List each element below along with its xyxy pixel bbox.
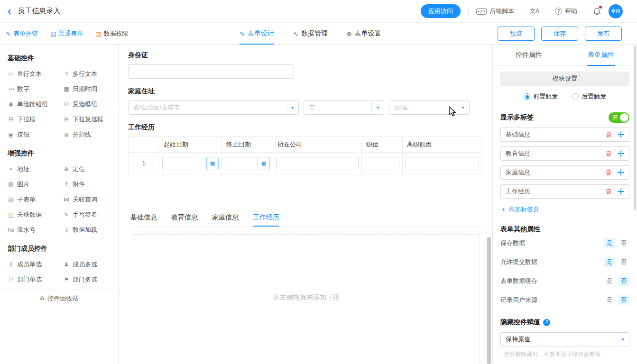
field-address[interactable]: 家庭住址 省/自治区/直辖市 ▼ 市 ▼ 区/县 ▼ bbox=[128, 87, 470, 115]
member-controls-grid: ♙成员单选 ♟成员多选 ⚐部门单选 ⚑部门多选 bbox=[8, 260, 111, 284]
city-select[interactable]: 市 ▼ bbox=[304, 100, 384, 115]
start-date-calendar-button[interactable]: ▦ bbox=[206, 157, 219, 170]
yes-option[interactable]: 是 bbox=[604, 257, 615, 267]
control-multi-line-text[interactable]: ≡多行文本 bbox=[63, 69, 111, 78]
tag-item-work-history[interactable]: 工作经历 bbox=[500, 184, 629, 199]
app-access-button[interactable]: 应用访问 bbox=[421, 4, 461, 18]
hidden-value-select[interactable]: 保持原值 ▼ bbox=[500, 332, 629, 346]
multi-tab-toggle[interactable]: 开 bbox=[609, 112, 629, 123]
no-option[interactable]: 否 bbox=[618, 295, 629, 305]
control-member-single[interactable]: ♙成员单选 bbox=[8, 260, 63, 269]
dropzone[interactable]: 从左侧拖拽来添加字段 bbox=[133, 234, 480, 364]
help-circle-icon[interactable]: ? bbox=[543, 319, 550, 326]
canvas-tab-family-info[interactable]: 家庭信息 bbox=[212, 209, 239, 226]
control-subform[interactable]: ▤子表单 bbox=[8, 195, 63, 204]
district-select[interactable]: 区/县 ▼ bbox=[389, 100, 470, 115]
control-label: 成员多选 bbox=[73, 260, 97, 269]
save-button[interactable]: 保存 bbox=[541, 27, 578, 41]
notification-dot bbox=[599, 6, 602, 9]
control-signature[interactable]: ✎手写签名 bbox=[63, 210, 111, 219]
no-option[interactable]: 否 bbox=[618, 276, 629, 286]
control-number[interactable]: 123数字 bbox=[8, 84, 63, 93]
panel-scrollbar[interactable] bbox=[634, 46, 636, 210]
control-divider[interactable]: ≣分割线 bbox=[63, 130, 111, 139]
reason-input[interactable] bbox=[406, 157, 479, 170]
control-dropdown[interactable]: ⊟下拉框 bbox=[8, 115, 63, 124]
control-label: 复选框组 bbox=[73, 100, 97, 109]
help-button[interactable]: ? 帮助 bbox=[555, 7, 577, 16]
backend-script-button[interactable]: </> 后端脚本 bbox=[476, 7, 514, 16]
notification-bell[interactable] bbox=[593, 7, 601, 16]
move-tag-handle[interactable] bbox=[618, 169, 624, 176]
control-recycle-bin[interactable]: ♻ 控件回收站 bbox=[0, 290, 118, 307]
control-dept-single[interactable]: ⚐部门单选 bbox=[8, 275, 63, 284]
yes-option[interactable]: 是 bbox=[604, 295, 615, 305]
position-input[interactable] bbox=[365, 157, 399, 170]
delete-tag-button[interactable] bbox=[605, 169, 612, 176]
tab-data-management[interactable]: ∿ 数据管理 bbox=[293, 23, 328, 45]
no-option[interactable]: 否 bbox=[618, 257, 629, 267]
control-member-multi[interactable]: ♟成员多选 bbox=[63, 260, 111, 269]
module-settings-button[interactable]: 模块设置 bbox=[500, 72, 629, 86]
end-date-cell: ▦ bbox=[222, 152, 273, 174]
multi-line-text-icon: ≡ bbox=[63, 71, 70, 77]
field-work-history[interactable]: 工作经历 起始日期 终止日期 所在公司 职位 离职原因 1 ▦ bbox=[128, 123, 481, 174]
control-dropdown-multi[interactable]: ⊞下拉复选框 bbox=[63, 115, 111, 124]
control-location[interactable]: ⊕定位 bbox=[63, 164, 111, 173]
control-data-load[interactable]: ⇓数据加载 bbox=[63, 225, 111, 234]
control-serial-number[interactable]: №流水号 bbox=[8, 225, 63, 234]
back-button[interactable]: ‹ bbox=[8, 6, 11, 17]
control-linked-query[interactable]: ⋈关联查询 bbox=[63, 195, 111, 204]
control-attachment[interactable]: ↥附件 bbox=[63, 180, 111, 189]
move-tag-handle[interactable] bbox=[618, 188, 624, 195]
tag-item-family-info[interactable]: 家庭信息 bbox=[500, 165, 629, 180]
end-date-input[interactable] bbox=[225, 157, 258, 170]
control-image[interactable]: ▨图片 bbox=[8, 180, 63, 189]
control-linked-data[interactable]: ◫关联数据 bbox=[8, 210, 63, 219]
control-button[interactable]: ▣按钮 bbox=[8, 130, 63, 139]
tag-item-education-info[interactable]: 教育信息 bbox=[500, 146, 629, 161]
form-external-link[interactable]: ✎ 表单外链 bbox=[6, 29, 38, 38]
canvas-scrollbar[interactable] bbox=[487, 237, 491, 364]
control-checkbox-group[interactable]: ☑复选框组 bbox=[63, 100, 111, 109]
company-input[interactable] bbox=[276, 157, 359, 170]
tab-form-properties[interactable]: 表单属性 bbox=[565, 45, 637, 65]
control-address[interactable]: ⌖地址 bbox=[8, 164, 63, 173]
end-date-calendar-button[interactable]: ▦ bbox=[258, 157, 270, 170]
normal-form-link[interactable]: ▤ 普通表单 bbox=[50, 29, 83, 38]
idcard-input[interactable] bbox=[128, 64, 294, 79]
control-single-line-text[interactable]: ▭单行文本 bbox=[8, 69, 63, 78]
start-date-input[interactable] bbox=[162, 157, 206, 170]
post-trigger-radio[interactable]: 后置触发 bbox=[572, 92, 606, 101]
data-permission-link[interactable]: ▥ 数据权限 bbox=[95, 29, 128, 38]
yes-option[interactable]: 是 bbox=[604, 238, 615, 248]
field-idcard[interactable]: 身份证 bbox=[128, 51, 294, 79]
delete-tag-button[interactable] bbox=[605, 188, 612, 195]
add-tab-button[interactable]: ＋ 添加标签页 bbox=[500, 205, 629, 214]
control-label: 附件 bbox=[73, 180, 85, 189]
canvas-tab-basic-info[interactable]: 基础信息 bbox=[130, 209, 157, 226]
controls-sidebar: 基础控件 ▭单行文本 ≡多行文本 123数字 ▦日期时间 ◉单选按钮组 ☑复选框… bbox=[0, 45, 119, 364]
publish-button[interactable]: 发布 bbox=[585, 27, 622, 41]
tab-form-settings[interactable]: ⊛ 表单设置 bbox=[347, 23, 381, 45]
yes-option[interactable]: 是 bbox=[604, 276, 615, 286]
user-avatar[interactable]: 专用 bbox=[609, 4, 623, 18]
control-radio-group[interactable]: ◉单选按钮组 bbox=[8, 100, 63, 109]
province-select[interactable]: 省/自治区/直辖市 ▼ bbox=[128, 100, 299, 115]
move-tag-handle[interactable] bbox=[618, 131, 624, 138]
pre-trigger-radio[interactable]: 前置触发 bbox=[524, 92, 558, 101]
control-dept-multi[interactable]: ⚑部门多选 bbox=[63, 275, 111, 284]
section-title-member-controls: 部门成员控件 bbox=[8, 245, 111, 253]
delete-tag-button[interactable] bbox=[605, 150, 612, 157]
preview-button[interactable]: 预览 bbox=[498, 27, 535, 41]
tab-control-properties[interactable]: 控件属性 bbox=[493, 45, 565, 65]
delete-tag-button[interactable] bbox=[605, 131, 612, 138]
canvas-tab-work-history[interactable]: 工作经历 bbox=[253, 209, 279, 226]
canvas-tab-education-info[interactable]: 教育信息 bbox=[171, 209, 198, 226]
tag-item-basic-info[interactable]: 基础信息 bbox=[500, 127, 629, 142]
no-option[interactable]: 否 bbox=[618, 238, 629, 248]
move-tag-handle[interactable] bbox=[618, 150, 624, 157]
language-icon[interactable]: 文A bbox=[530, 7, 539, 15]
control-datetime[interactable]: ▦日期时间 bbox=[63, 84, 111, 93]
tab-form-design[interactable]: ✎ 表单设计 bbox=[240, 23, 274, 45]
